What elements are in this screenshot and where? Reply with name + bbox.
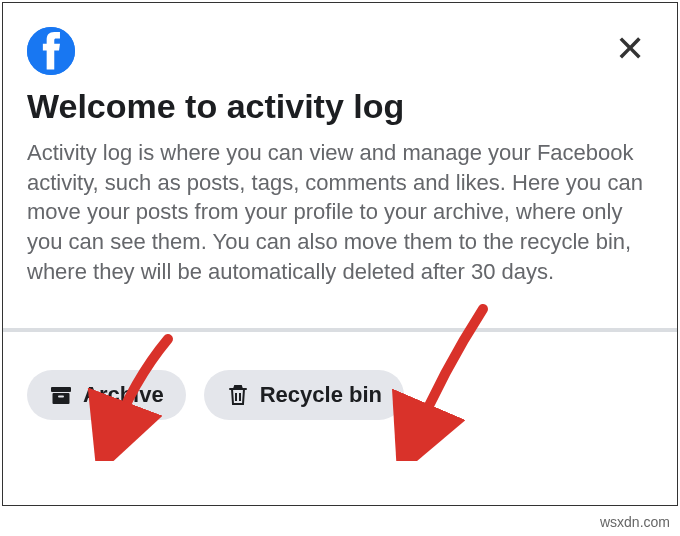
page-title: Welcome to activity log bbox=[3, 83, 677, 138]
watermark: wsxdn.com bbox=[600, 514, 670, 530]
svg-rect-3 bbox=[58, 396, 64, 398]
description-text: Activity log is where you can view and m… bbox=[3, 138, 677, 302]
archive-button[interactable]: Archive bbox=[27, 370, 186, 420]
divider bbox=[3, 328, 677, 332]
facebook-logo-icon bbox=[27, 27, 75, 75]
svg-rect-1 bbox=[51, 387, 71, 392]
close-icon[interactable]: ✕ bbox=[607, 27, 653, 71]
archive-icon bbox=[49, 383, 73, 407]
recycle-bin-button[interactable]: Recycle bin bbox=[204, 370, 404, 420]
trash-icon bbox=[226, 383, 250, 407]
recycle-bin-button-label: Recycle bin bbox=[260, 382, 382, 408]
svg-rect-2 bbox=[53, 393, 70, 404]
archive-button-label: Archive bbox=[83, 382, 164, 408]
